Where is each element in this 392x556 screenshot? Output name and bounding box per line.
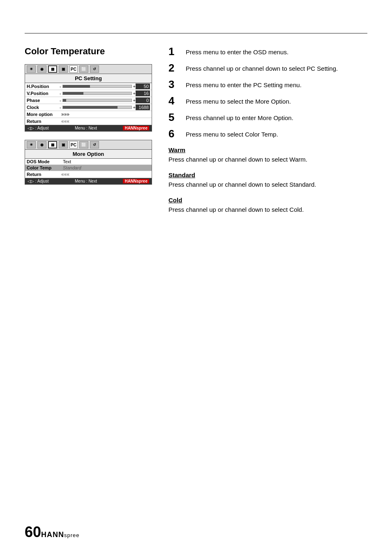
osd-row-vposition: V.Position - + 16 bbox=[25, 90, 152, 97]
step-6: 6 Press menu to select Color Temp. bbox=[168, 128, 367, 139]
sub-text-cold: Press channel up or channel down to sele… bbox=[168, 205, 367, 214]
osd-more-brand: HANNspree bbox=[123, 179, 149, 183]
sub-title-warm: Warm bbox=[168, 146, 367, 153]
osd-label-clock: Clock bbox=[27, 105, 60, 110]
osd-value-hposition: 50 bbox=[136, 83, 150, 89]
osd-row-return-more: Return ««« bbox=[25, 171, 152, 178]
osd-value-color-temp: Standard bbox=[63, 165, 81, 170]
osd-more-next-label: Menu : Next bbox=[75, 179, 97, 183]
osd-row-color-temp: Color Temp Standard bbox=[25, 165, 152, 171]
osd-label-phase: Phase bbox=[27, 98, 60, 103]
osd-icon-sun: ☀ bbox=[27, 65, 36, 73]
osd-value-dos-mode: Text bbox=[63, 159, 71, 164]
brand-bold: HANN bbox=[41, 531, 64, 539]
step-6-num: 6 bbox=[168, 128, 180, 139]
step-2-text: Press channel up or channel down to sele… bbox=[186, 63, 338, 73]
step-5-num: 5 bbox=[168, 112, 180, 123]
sub-section-standard: Standard Press channel up or channel dow… bbox=[168, 171, 367, 189]
osd-label-return-more: Return bbox=[27, 172, 60, 177]
osd-icon-sun2: ☀ bbox=[27, 141, 36, 148]
step-3-num: 3 bbox=[168, 79, 180, 90]
brand-name: HANNspree bbox=[41, 531, 80, 539]
top-rule bbox=[25, 33, 367, 34]
osd-icon-return: ↺ bbox=[90, 65, 99, 73]
osd-row-phase: Phase - + 0 bbox=[25, 97, 152, 104]
osd-return-pc-arrow: ««« bbox=[61, 118, 69, 124]
page-footer: 60 HANNspree bbox=[25, 525, 80, 540]
osd-row-clock: Clock - + 1688 bbox=[25, 104, 152, 111]
osd-slider-vposition: - + bbox=[60, 91, 136, 96]
osd-row-more-option: More option »»» bbox=[25, 111, 152, 118]
sub-text-standard: Press channel up or channel down to sele… bbox=[168, 180, 367, 189]
step-2: 2 Press channel up or channel down to se… bbox=[168, 63, 367, 73]
brand-light: spree bbox=[64, 532, 80, 538]
osd-slider-phase: - + bbox=[60, 98, 136, 103]
osd-icon-audio: ◉ bbox=[37, 65, 46, 73]
osd-pc-setting-title: PC Setting bbox=[25, 74, 152, 83]
step-1-num: 1 bbox=[168, 46, 180, 57]
sub-title-standard: Standard bbox=[168, 171, 367, 178]
osd-icon-pc: PC bbox=[69, 65, 78, 73]
osd-return-more-arrow: ««« bbox=[61, 171, 69, 177]
osd-pc-setting-box: ☀ ◉ ▦ ▣ PC ⬜ ↺ PC Setting H.Position - +… bbox=[25, 64, 152, 132]
steps-list: 1 Press menu to enter the OSD menus. 2 P… bbox=[168, 46, 367, 139]
osd-icon-audio2: ◉ bbox=[37, 141, 46, 148]
sub-title-cold: Cold bbox=[168, 197, 367, 204]
osd-label-color-temp: Color Temp bbox=[27, 165, 60, 170]
content-area: Color Temperature ☀ ◉ ▦ ▣ PC ⬜ ↺ PC Sett… bbox=[25, 46, 367, 221]
step-5: 5 Press channel up to enter More Option. bbox=[168, 112, 367, 123]
osd-label-return-pc: Return bbox=[27, 119, 60, 124]
step-3-text: Press menu to enter the PC Setting menu. bbox=[186, 79, 302, 90]
osd-value-phase: 0 bbox=[136, 97, 150, 103]
osd-icon-monitor: ⬜ bbox=[79, 65, 88, 73]
osd-label-dos-mode: DOS Mode bbox=[27, 159, 60, 164]
step-4: 4 Press menu to select the More Option. bbox=[168, 95, 367, 106]
osd-label-more-option: More option bbox=[27, 112, 60, 117]
osd-more-option-box: ☀ ◉ ▦ ▣ PC ⬜ ↺ More Option DOS Mode Text… bbox=[25, 140, 152, 185]
left-column: Color Temperature ☀ ◉ ▦ ▣ PC ⬜ ↺ PC Sett… bbox=[25, 46, 152, 221]
osd-pc-adjust-label: ◁▷ : Adjust bbox=[28, 126, 49, 130]
osd-label-vposition: V.Position bbox=[27, 91, 60, 96]
osd-icon-pc2: PC bbox=[69, 141, 78, 148]
step-4-num: 4 bbox=[168, 95, 180, 106]
osd-icon-screen: ▦ bbox=[48, 65, 57, 73]
step-2-num: 2 bbox=[168, 63, 180, 73]
right-column: 1 Press menu to enter the OSD menus. 2 P… bbox=[168, 46, 367, 221]
osd-row-return-pc: Return ««« bbox=[25, 118, 152, 125]
step-4-text: Press menu to select the More Option. bbox=[186, 95, 291, 106]
page-title: Color Temperature bbox=[25, 46, 152, 57]
osd-pc-brand: HANNspree bbox=[123, 126, 149, 130]
osd-slider-hposition: - + bbox=[60, 84, 136, 89]
osd-value-clock: 1688 bbox=[136, 104, 150, 110]
osd-row-hposition: H.Position - + 50 bbox=[25, 83, 152, 90]
osd-label-hposition: H.Position bbox=[27, 84, 60, 89]
osd-pc-next-label: Menu : Next bbox=[75, 126, 97, 130]
osd-icons-row-pc: ☀ ◉ ▦ ▣ PC ⬜ ↺ bbox=[25, 65, 152, 74]
osd-icon-display2: ▣ bbox=[59, 141, 68, 148]
sub-text-warm: Press channel up or channel down to sele… bbox=[168, 155, 367, 164]
sub-section-cold: Cold Press channel up or channel down to… bbox=[168, 197, 367, 214]
step-5-text: Press channel up to enter More Option. bbox=[186, 112, 293, 123]
osd-slider-clock: - + bbox=[60, 105, 136, 110]
osd-more-adjust-label: ◁▷ : Adjust bbox=[28, 179, 49, 183]
osd-more-option-title: More Option bbox=[25, 150, 152, 159]
step-1-text: Press menu to enter the OSD menus. bbox=[186, 46, 288, 57]
osd-row-dos-mode: DOS Mode Text bbox=[25, 159, 152, 165]
osd-more-bottom-bar: ◁▷ : Adjust Menu : Next HANNspree bbox=[25, 178, 152, 184]
step-3: 3 Press menu to enter the PC Setting men… bbox=[168, 79, 367, 90]
sub-section-warm: Warm Press channel up or channel down to… bbox=[168, 146, 367, 164]
step-6-text: Press menu to select Color Temp. bbox=[186, 128, 278, 139]
osd-icon-display: ▣ bbox=[59, 65, 68, 73]
osd-icon-monitor2: ⬜ bbox=[79, 141, 88, 148]
step-1: 1 Press menu to enter the OSD menus. bbox=[168, 46, 367, 57]
page-number: 60 bbox=[25, 525, 41, 540]
osd-more-option-arrow: »»» bbox=[61, 111, 69, 117]
osd-pc-bottom-bar: ◁▷ : Adjust Menu : Next HANNspree bbox=[25, 125, 152, 131]
osd-value-vposition: 16 bbox=[136, 90, 150, 96]
osd-icons-row-more: ☀ ◉ ▦ ▣ PC ⬜ ↺ bbox=[25, 140, 152, 150]
osd-icon-screen2: ▦ bbox=[48, 141, 57, 148]
osd-icon-return2: ↺ bbox=[90, 141, 99, 148]
